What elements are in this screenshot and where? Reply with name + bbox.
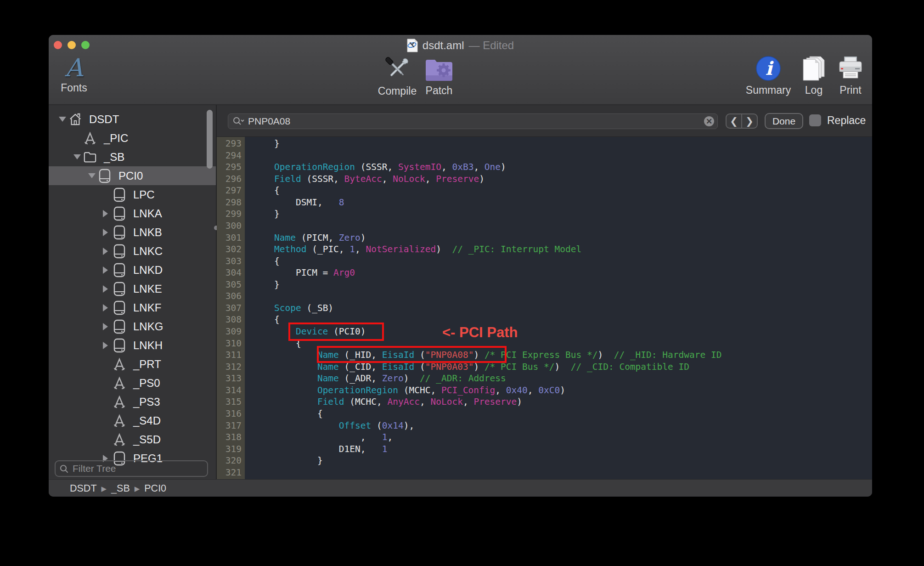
disclosure-closed-icon[interactable] (103, 342, 113, 349)
disclosure-closed-icon[interactable] (103, 229, 113, 236)
tree-row-lnke[interactable]: LNKE (49, 279, 216, 298)
method-icon (113, 395, 126, 409)
breadcrumb-item-dsdt[interactable]: DSDT (70, 483, 97, 494)
tree-row-_s4d[interactable]: _S4D (49, 411, 216, 430)
device-icon (113, 300, 126, 315)
search-menu-icon[interactable] (232, 117, 244, 126)
disclosure-open-icon[interactable] (59, 117, 69, 122)
tree-row-lnkd[interactable]: LNKD (49, 260, 216, 279)
method-icon (113, 413, 126, 428)
find-input[interactable]: PNP0A08 ✕ (228, 113, 718, 129)
log-label: Log (805, 84, 823, 96)
toolbar-print-button[interactable]: Print (832, 56, 869, 96)
done-button[interactable]: Done (765, 113, 803, 129)
annotation-box-hid (317, 346, 507, 363)
tree-label: _PRT (133, 358, 161, 371)
tree-row-lnkf[interactable]: LNKF (49, 298, 216, 317)
main-area: DSDT_PIC_SBPCI0LPCLNKALNKBLNKCLNKDLNKELN… (49, 105, 872, 479)
disclosure-closed-icon[interactable] (103, 285, 113, 293)
find-input-value[interactable]: PNP0A08 (248, 116, 700, 127)
replace-label: Replace (827, 114, 866, 127)
tree-label: LNKB (133, 226, 162, 239)
tree-row-lnka[interactable]: LNKA (49, 204, 216, 223)
tree-label: _S5D (133, 433, 161, 446)
method-icon (113, 376, 126, 391)
breadcrumb-separator-icon: ▶ (135, 485, 140, 493)
toolbar-log-button[interactable]: Log (797, 56, 830, 96)
document-icon (407, 39, 418, 52)
tree-label: LNKH (133, 339, 163, 352)
find-previous-button[interactable]: ❮ (727, 114, 742, 128)
search-icon (60, 464, 68, 473)
device-icon (113, 282, 126, 296)
tree-row-pci0[interactable]: PCI0 (49, 166, 216, 185)
toolbar-summary-button[interactable]: i Summary (743, 56, 794, 96)
tree-row-lnkb[interactable]: LNKB (49, 223, 216, 242)
tree-row-_prt[interactable]: _PRT (49, 355, 216, 374)
log-pages-icon (800, 56, 827, 81)
filter-tree-placeholder: Filter Tree (73, 463, 116, 474)
disclosure-closed-icon[interactable] (103, 210, 113, 217)
disclosure-closed-icon[interactable] (103, 323, 113, 330)
compile-label: Compile (378, 85, 417, 97)
device-icon (113, 338, 126, 353)
tree-row-lnkh[interactable]: LNKH (49, 336, 216, 355)
tree-label: _PIC (104, 132, 128, 145)
breadcrumb-item-pci0[interactable]: PCI0 (144, 483, 166, 494)
editor-column: PNP0A08 ✕ ❮ ❯ Done Replace 293 294 295 2… (217, 105, 872, 479)
find-next-button[interactable]: ❯ (742, 114, 757, 128)
device-icon (113, 225, 126, 240)
tree-row-_ps0[interactable]: _PS0 (49, 374, 216, 392)
tree-label: LPC (133, 188, 155, 201)
window-title-group: dsdt.aml — Edited (49, 39, 872, 52)
tree: DSDT_PIC_SBPCI0LPCLNKALNKBLNKCLNKDLNKELN… (49, 110, 216, 468)
desktop: { "window": { "title": "dsdt.aml", "edit… (0, 0, 924, 566)
tree-row-lpc[interactable]: LPC (49, 185, 216, 204)
window-edited-status: — Edited (468, 39, 514, 52)
device-icon (113, 244, 126, 259)
tree-row-dsdt[interactable]: DSDT (49, 110, 216, 129)
tree-label: _SB (104, 151, 124, 164)
tree-label: DSDT (89, 113, 119, 126)
tree-row-lnkg[interactable]: LNKG (49, 317, 216, 336)
disclosure-closed-icon[interactable] (103, 266, 113, 274)
method-icon (113, 357, 126, 372)
patch-folder-icon (425, 58, 453, 82)
tree-row-_s5d[interactable]: _S5D (49, 430, 216, 449)
sidebar-scrollbar[interactable] (207, 110, 213, 169)
filter-tree-input[interactable]: Filter Tree (55, 460, 208, 477)
toolbar-fonts-button[interactable]: A Fonts (58, 57, 90, 94)
house-icon (69, 112, 82, 127)
replace-checkbox[interactable] (809, 114, 821, 126)
disclosure-closed-icon[interactable] (103, 304, 113, 311)
tree-label: _S4D (133, 414, 161, 427)
tree-label: PCI0 (118, 170, 143, 182)
clear-search-icon[interactable]: ✕ (704, 116, 714, 126)
print-label: Print (839, 84, 861, 96)
tree-label: LNKF (133, 301, 161, 314)
breadcrumb: DSDT▶_SB▶PCI0 (49, 479, 872, 497)
device-icon (113, 319, 126, 334)
find-bar: PNP0A08 ✕ ❮ ❯ Done Replace (217, 105, 872, 137)
toolbar-patch-button[interactable]: Patch (416, 58, 462, 97)
device-icon (113, 206, 126, 221)
fonts-label: Fonts (61, 82, 87, 94)
tree-label: _PS3 (133, 396, 160, 408)
code-editor[interactable]: 293 294 295 296 297 298 299 300 301 302 … (217, 137, 872, 479)
tree-row-lnkc[interactable]: LNKC (49, 242, 216, 260)
disclosure-closed-icon[interactable] (103, 248, 113, 255)
disclosure-open-icon[interactable] (88, 173, 98, 178)
patch-label: Patch (426, 85, 453, 97)
tree-label: LNKD (133, 264, 163, 277)
find-prev-next-control: ❮ ❯ (726, 113, 758, 129)
code-view[interactable]: } OperationRegion (SSSR, SystemIO, 0xB3,… (245, 137, 872, 479)
method-icon (84, 131, 96, 146)
disclosure-open-icon[interactable] (73, 154, 84, 159)
summary-label: Summary (746, 84, 791, 96)
breadcrumb-item-_sb[interactable]: _SB (111, 483, 130, 494)
tree-row-_pic[interactable]: _PIC (49, 129, 216, 147)
tree-row-_sb[interactable]: _SB (49, 147, 216, 166)
tree-row-_ps3[interactable]: _PS3 (49, 392, 216, 411)
titlebar: dsdt.aml — Edited A Fonts (49, 35, 872, 104)
device-icon (113, 187, 126, 202)
